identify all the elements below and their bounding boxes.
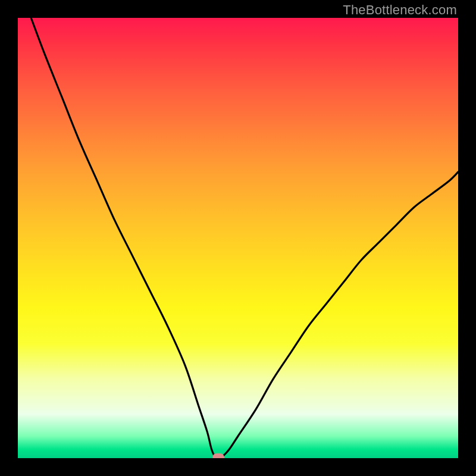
frame-right [458, 0, 476, 476]
watermark-text: TheBottleneck.com [343, 2, 457, 18]
plot-gradient-background [18, 18, 458, 458]
frame-bottom [0, 458, 476, 476]
bottleneck-curve [18, 18, 458, 458]
frame-left [0, 0, 18, 476]
